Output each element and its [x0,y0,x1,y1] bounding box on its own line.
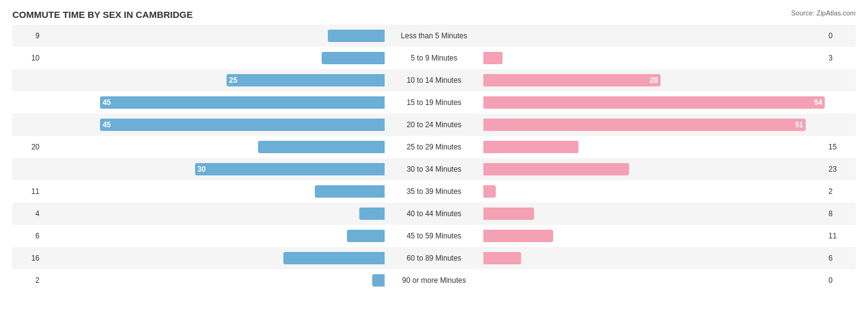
female-bar: 28 [483,74,661,86]
male-bar-container: 30 [43,162,385,176]
female-value: 11 [825,232,856,240]
male-value: 10 [12,54,43,62]
table-row: 2 90 or more Minutes 0 [12,269,856,292]
row-label: 35 to 39 Minutes [385,187,483,196]
bars-wrapper: 45 20 to 24 Minutes 51 [43,114,825,136]
female-value: 0 [825,276,856,285]
table-row: 45 15 to 19 Minutes 54 [12,91,856,114]
male-bar-container: 25 [43,73,385,87]
chart-container: COMMUTE TIME BY SEX IN CAMBRIDGE Source:… [0,0,868,323]
female-bar-container [483,229,825,243]
female-value: 15 [825,143,856,151]
chart-title: COMMUTE TIME BY SEX IN CAMBRIDGE [12,9,856,20]
male-bar: 45 [100,96,385,109]
male-value: 2 [12,276,43,285]
female-bar [483,252,521,264]
female-bar: 51 [483,119,806,131]
bars-wrapper: 5 to 9 Minutes [43,47,825,69]
female-bar-container: 28 [483,73,825,87]
male-bar: 30 [195,163,385,175]
male-bar [315,185,385,198]
male-bar [347,230,385,242]
male-value: 16 [12,254,43,262]
female-bar [483,185,496,198]
female-bar-container [483,29,825,43]
female-bar-container [483,207,825,220]
row-label: 40 to 44 Minutes [385,209,483,218]
male-bar: 45 [100,119,385,131]
male-bar [328,30,385,42]
male-bar [283,252,385,264]
row-label: 15 to 19 Minutes [385,98,483,107]
male-bar-container [43,140,385,154]
row-label: 45 to 59 Minutes [385,232,483,240]
male-bar-container [43,51,385,65]
male-bar-container [43,251,385,265]
bars-wrapper: 45 15 to 19 Minutes 54 [43,91,825,114]
table-row: 16 60 to 89 Minutes 6 [12,247,856,269]
female-bar-container: 51 [483,118,825,132]
male-bar-container [43,207,385,220]
bars-wrapper: 40 to 44 Minutes [43,203,825,225]
chart-area: 9 Less than 5 Minutes 0 10 [12,25,856,277]
female-bar [483,163,629,175]
male-value: 11 [12,187,43,196]
female-value-inside: 51 [793,120,806,129]
male-bar [258,141,385,153]
bars-wrapper: 45 to 59 Minutes [43,225,825,247]
bars-wrapper: 30 30 to 34 Minutes [43,158,825,180]
female-bar [483,141,578,153]
male-value-inside: 30 [195,165,208,174]
male-value-inside: 45 [100,120,113,129]
male-bar [359,208,385,220]
male-bar-container: 45 [43,118,385,132]
male-bar-container [43,274,385,287]
table-row: 30 30 to 34 Minutes 23 [12,158,856,180]
male-bar-container: 45 [43,96,385,109]
bars-wrapper: 25 10 to 14 Minutes 28 [43,69,825,91]
female-bar-container: 54 [483,96,825,109]
row-label: 10 to 14 Minutes [385,76,483,85]
female-value: 8 [825,209,856,218]
male-bar [322,52,385,64]
row-label: 60 to 89 Minutes [385,254,483,262]
table-row: 9 Less than 5 Minutes 0 [12,25,856,47]
row-label: Less than 5 Minutes [385,31,483,40]
row-label: 20 to 24 Minutes [385,120,483,129]
male-value: 6 [12,232,43,240]
table-row: 6 45 to 59 Minutes 11 [12,225,856,247]
bars-wrapper: 90 or more Minutes [43,269,825,292]
female-bar-container [483,140,825,154]
female-bar-container [483,185,825,198]
table-row: 4 40 to 44 Minutes 8 [12,203,856,225]
female-value: 2 [825,187,856,196]
male-value: 4 [12,209,43,218]
female-bar [483,230,553,242]
female-bar-container [483,274,825,287]
bars-wrapper: 35 to 39 Minutes [43,180,825,203]
male-bar-container [43,185,385,198]
table-row: 25 10 to 14 Minutes 28 [12,69,856,91]
row-label: 25 to 29 Minutes [385,143,483,151]
male-bar [372,274,385,287]
row-label: 5 to 9 Minutes [385,54,483,62]
female-value-inside: 54 [812,98,825,107]
bars-wrapper: 60 to 89 Minutes [43,247,825,269]
male-value: 9 [12,31,43,40]
female-value-inside: 28 [647,76,660,85]
table-row: 10 5 to 9 Minutes 3 [12,47,856,69]
male-bar: 25 [227,74,385,86]
male-bar-container [43,29,385,43]
female-bar-container [483,162,825,176]
female-bar: 54 [483,96,825,109]
row-label: 30 to 34 Minutes [385,165,483,174]
table-row: 11 35 to 39 Minutes 2 [12,180,856,203]
female-bar [483,52,503,64]
male-value-inside: 45 [100,98,113,107]
female-value: 0 [825,31,856,40]
male-value: 20 [12,143,43,151]
female-value: 6 [825,254,856,262]
female-value: 23 [825,165,856,174]
female-bar-container [483,251,825,265]
row-label: 90 or more Minutes [385,276,483,285]
